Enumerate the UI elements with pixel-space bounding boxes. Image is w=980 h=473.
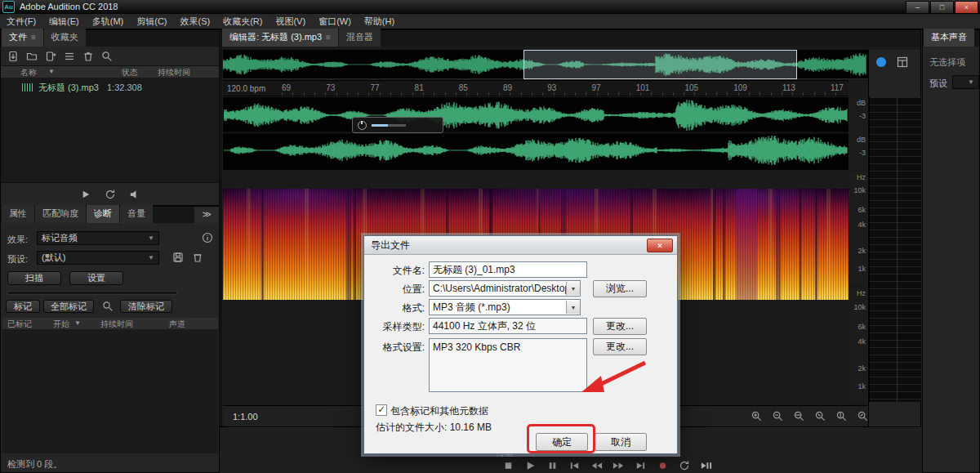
location-select[interactable]: C:\Users\Administrator\Desktop\音频▼ <box>429 280 581 297</box>
waveform-display[interactable] <box>223 97 849 170</box>
file-duration: 1:32.308 <box>107 83 142 92</box>
skip-selection-button[interactable] <box>700 461 712 471</box>
clear-marks-button[interactable]: 清除标记 <box>120 300 172 313</box>
tab-diagnostics[interactable]: 诊断 <box>87 205 119 223</box>
search-icon[interactable] <box>101 51 113 62</box>
chevron-down-icon: ▼ <box>968 78 974 86</box>
col-start[interactable]: 开始 <box>53 319 69 330</box>
zoom-out-time-icon[interactable] <box>815 411 826 422</box>
settings-button[interactable]: 设置 <box>69 271 123 285</box>
col-marked[interactable]: 已标记 <box>7 319 32 330</box>
col-duration2[interactable]: 持续时间 <box>100 319 133 330</box>
menu-file[interactable]: 文件(F) <box>0 14 42 29</box>
menu-edit[interactable]: 编辑(E) <box>42 14 86 29</box>
hud-slider[interactable] <box>372 124 406 127</box>
format-select[interactable]: MP3 音频 (*.mp3)▼ <box>429 299 581 315</box>
col-duration[interactable]: 持续时间 <box>158 67 190 78</box>
scan-button[interactable]: 扫描 <box>7 271 61 285</box>
open-folder-icon[interactable] <box>26 51 38 62</box>
volume-knob-icon[interactable] <box>358 121 367 130</box>
change-format-settings-button[interactable]: 更改... <box>593 338 647 355</box>
move-next-button[interactable] <box>635 461 647 471</box>
fast-forward-button[interactable] <box>612 461 625 471</box>
chevron-down-icon: ▼ <box>148 254 154 261</box>
tab-essential-sound[interactable]: 基本声音 <box>924 29 974 47</box>
marks-list[interactable] <box>2 329 218 453</box>
find-marks-icon[interactable] <box>102 301 114 312</box>
tab-files[interactable]: 文件≡ <box>2 29 43 47</box>
panel-overflow-icon[interactable]: ≫ <box>194 207 219 223</box>
blue-indicator-icon[interactable] <box>876 57 886 67</box>
record-button[interactable] <box>657 461 669 471</box>
cancel-button[interactable]: 取消 <box>595 433 647 451</box>
col-channel[interactable]: 声道 <box>169 319 185 330</box>
new-item-icon[interactable] <box>45 51 56 62</box>
stop-button[interactable] <box>502 461 514 471</box>
close-button[interactable]: × <box>955 1 978 14</box>
play-button[interactable] <box>524 461 537 471</box>
zoom-out-amplitude-icon[interactable] <box>858 411 868 422</box>
tab-properties[interactable]: 属性 <box>2 205 34 223</box>
col-name[interactable]: 名称 <box>20 67 37 78</box>
insert-multitrack-icon[interactable] <box>64 51 75 62</box>
change-sample-type-button[interactable]: 更改... <box>593 318 647 335</box>
loop-playback-button[interactable] <box>679 460 690 471</box>
db-tick-label: -3 <box>859 149 866 157</box>
tab-mixer[interactable]: 混音器 <box>339 29 381 47</box>
loop-icon[interactable] <box>105 189 116 200</box>
zoom-in-amplitude-icon[interactable] <box>836 411 847 422</box>
detection-status: 检测到 0 段。 <box>7 458 62 471</box>
delete-preset-icon[interactable] <box>192 252 203 263</box>
zoom-in-time-icon[interactable] <box>794 411 804 422</box>
col-status[interactable]: 状态 <box>122 67 138 78</box>
tab-levels[interactable]: 音量 <box>120 205 153 223</box>
auto-play-volume-icon[interactable] <box>129 190 141 199</box>
panels-grid-icon[interactable] <box>897 56 908 68</box>
file-row[interactable]: 无标题 (3).mp3 1:32.308 <box>1 81 219 94</box>
include-markers-checkbox[interactable]: ✓ <box>376 404 387 416</box>
browse-button[interactable]: 浏览... <box>593 280 647 297</box>
tab-favorites[interactable]: 收藏夹 <box>44 29 86 47</box>
essential-preset-select[interactable]: ▼ <box>952 75 979 89</box>
maximize-button[interactable]: □ <box>930 1 954 14</box>
pause-button[interactable] <box>546 461 559 471</box>
menu-effects[interactable]: 效果(S) <box>174 14 217 29</box>
db-unit-label: dB <box>857 136 866 144</box>
panel-menu-icon[interactable]: ≡ <box>326 33 331 42</box>
overview-selection[interactable] <box>523 50 797 79</box>
annotation-highlight-box <box>527 424 595 453</box>
filename-input[interactable]: 无标题 (3)_01.mp3 <box>429 261 587 278</box>
menu-view[interactable]: 视图(V) <box>269 14 312 29</box>
zoom-in-icon[interactable] <box>751 411 762 422</box>
mark-all-button[interactable]: 全部标记 <box>43 300 94 313</box>
menu-window[interactable]: 窗口(W) <box>312 14 358 29</box>
dialog-close-button[interactable]: ✕ <box>647 239 673 252</box>
save-preset-icon[interactable] <box>172 252 184 263</box>
move-previous-button[interactable] <box>568 461 581 471</box>
info-icon[interactable] <box>202 232 213 243</box>
import-file-icon[interactable] <box>7 51 19 62</box>
preview-play-button[interactable] <box>79 190 91 199</box>
menu-help[interactable]: 帮助(H) <box>358 14 401 29</box>
overview-waveform[interactable] <box>223 50 868 79</box>
timeline-ruler[interactable]: 120.0 bpm 697377 818589 9397101 10510911… <box>223 80 849 96</box>
tab-match-loudness[interactable]: 匹配响度 <box>35 205 86 223</box>
menu-clip[interactable]: 剪辑(C) <box>130 14 173 29</box>
trash-icon[interactable] <box>82 51 94 62</box>
freq-1k-label: 1k <box>858 265 866 273</box>
scan-progress-bar <box>7 291 177 295</box>
effect-select[interactable]: 标记音频▼ <box>37 231 159 245</box>
menu-favorites[interactable]: 收藏夹(R) <box>216 14 269 29</box>
menu-multitrack[interactable]: 多轨(M) <box>86 14 131 29</box>
preset-select[interactable]: (默认)▼ <box>37 251 159 265</box>
tab-editor[interactable]: 编辑器: 无标题 (3).mp3≡ <box>222 29 338 47</box>
mark-button[interactable]: 标记 <box>6 300 40 313</box>
minimize-button[interactable]: – <box>906 1 929 14</box>
chevron-down-icon: ▼ <box>566 282 580 295</box>
file-name: 无标题 (3).mp3 <box>38 82 99 94</box>
rewind-button[interactable] <box>590 461 603 471</box>
panel-menu-icon[interactable]: ≡ <box>31 33 36 42</box>
filename-label: 文件名: <box>366 264 425 278</box>
volume-hud[interactable] <box>352 117 443 133</box>
zoom-out-icon[interactable] <box>773 411 783 422</box>
